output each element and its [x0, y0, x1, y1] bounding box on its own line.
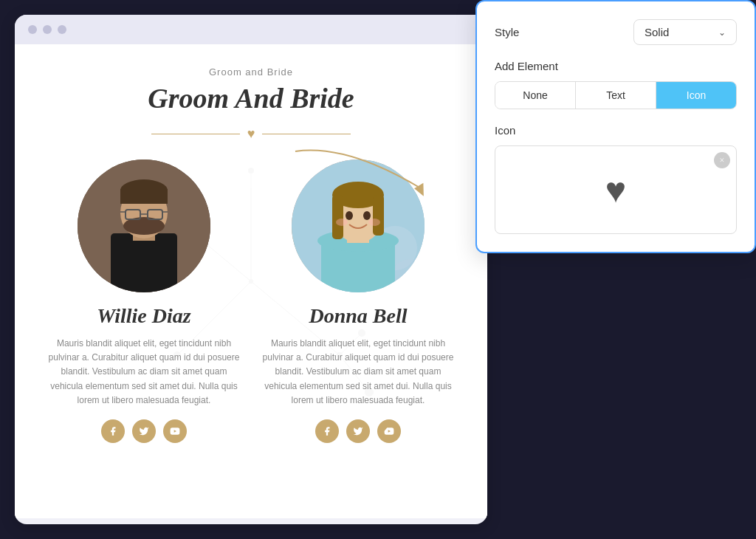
element-button-group: None Text Icon: [495, 81, 737, 109]
svg-rect-39: [373, 195, 384, 236]
selected-heart-icon: ♥: [605, 170, 627, 210]
style-dropdown-value: Solid: [645, 26, 669, 38]
groom-twitter-icon[interactable]: [132, 419, 156, 443]
none-button[interactable]: None: [495, 82, 576, 109]
groom-description: Mauris blandit aliquet elit, eget tincid…: [44, 337, 244, 408]
settings-panel: Style Solid ⌄ Add Element None Text Icon…: [475, 0, 756, 253]
bride-image: [292, 159, 425, 292]
add-element-section: Add Element None Text Icon: [495, 60, 737, 109]
bride-name: Donna Bell: [309, 304, 407, 328]
icon-button[interactable]: Icon: [656, 82, 736, 109]
svg-rect-18: [111, 233, 177, 292]
page-subtitle: Groom and Bride: [44, 66, 458, 78]
browser-window: Groom and Bride Groom And Bride ♥: [15, 15, 487, 524]
heart-divider: ♥: [44, 126, 458, 142]
profiles-container: Willie Diaz Mauris blandit aliquet elit,…: [44, 159, 458, 443]
main-container: Groom and Bride Groom And Bride ♥: [0, 0, 756, 539]
groom-profile: Willie Diaz Mauris blandit aliquet elit,…: [44, 159, 244, 443]
style-dropdown[interactable]: Solid ⌄: [633, 19, 737, 45]
bride-description: Mauris blandit aliquet elit, eget tincid…: [258, 337, 458, 408]
groom-name: Willie Diaz: [97, 304, 190, 328]
bride-youtube-icon[interactable]: [377, 419, 401, 443]
svg-rect-38: [332, 195, 343, 239]
icon-picker[interactable]: × ♥: [495, 145, 737, 234]
browser-dot-2: [43, 25, 52, 34]
text-button[interactable]: Text: [576, 82, 656, 109]
bride-profile: Donna Bell Mauris blandit aliquet elit, …: [258, 159, 458, 443]
svg-point-41: [363, 211, 371, 220]
chevron-down-icon: ⌄: [718, 27, 726, 38]
divider-line-left: [151, 134, 240, 134]
groom-photo: [78, 159, 210, 292]
svg-point-42: [336, 219, 348, 226]
wedding-page: Groom and Bride Groom And Bride ♥: [15, 44, 487, 518]
browser-dot-1: [28, 25, 37, 34]
icon-section: Icon × ♥: [495, 124, 737, 234]
groom-social-icons: [101, 419, 187, 443]
style-row: Style Solid ⌄: [495, 19, 737, 45]
svg-point-40: [346, 211, 353, 220]
add-element-label: Add Element: [495, 60, 737, 72]
groom-facebook-icon[interactable]: [101, 419, 125, 443]
close-icon[interactable]: ×: [714, 152, 730, 168]
divider-line-right: [262, 134, 351, 134]
icon-section-label: Icon: [495, 124, 737, 137]
bride-social-icons: [315, 419, 401, 443]
svg-rect-22: [120, 189, 168, 204]
svg-point-43: [368, 219, 380, 226]
groom-image: [78, 159, 210, 292]
groom-youtube-icon[interactable]: [163, 419, 187, 443]
browser-content: Groom and Bride Groom And Bride ♥: [15, 44, 487, 518]
bride-photo: [292, 159, 425, 292]
style-label: Style: [495, 26, 519, 38]
browser-dot-3: [58, 25, 66, 34]
heart-icon: ♥: [247, 126, 255, 142]
page-title: Groom And Bride: [44, 82, 458, 114]
bride-twitter-icon[interactable]: [346, 419, 370, 443]
bride-facebook-icon[interactable]: [315, 419, 339, 443]
browser-toolbar: [15, 15, 487, 44]
